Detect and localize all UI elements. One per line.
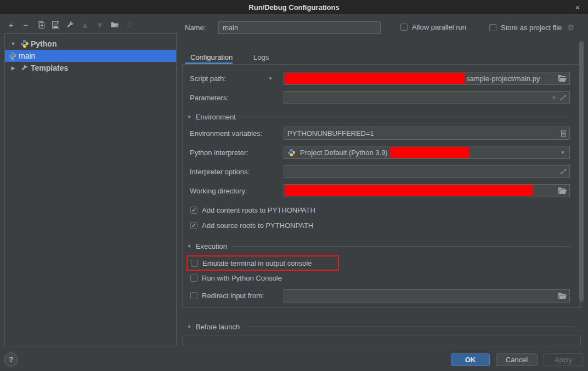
execution-section-header[interactable]: ▼ Execution	[187, 242, 570, 250]
tree-item-python[interactable]: ▼ Python	[5, 38, 176, 50]
working-directory-field[interactable]	[284, 184, 570, 197]
execution-section-title: Execution	[196, 242, 227, 250]
run-with-python-console-checkbox[interactable]	[190, 275, 197, 282]
add-content-roots-row: ✓ Add content roots to PYTHONPATH	[190, 206, 315, 214]
cancel-button[interactable]: Cancel	[496, 353, 538, 366]
redirect-input-row: Redirect input from:	[190, 292, 264, 300]
add-macro-icon[interactable]: +	[552, 93, 556, 102]
redaction-block	[285, 185, 533, 196]
remove-configuration-button[interactable]: −	[20, 19, 31, 30]
environment-variables-value: PYTHONUNBUFFERED=1	[287, 129, 374, 138]
collapse-icon[interactable]: ▼	[187, 324, 191, 329]
sort-configurations-icon[interactable]: az	[124, 19, 135, 30]
save-configuration-icon[interactable]	[50, 19, 61, 30]
add-source-roots-checkbox[interactable]: ✓	[190, 222, 197, 229]
tree-item-templates[interactable]: ▶ Templates	[5, 62, 176, 74]
add-configuration-button[interactable]: +	[5, 19, 16, 30]
python-interpreter-combobox[interactable]: Project Default (Python 3.9) ▼	[284, 146, 570, 159]
emulate-terminal-label: Emulate terminal in output console	[202, 259, 312, 267]
python-icon	[20, 39, 29, 48]
expand-field-icon[interactable]	[560, 168, 567, 175]
wrench-icon	[20, 64, 29, 72]
close-icon[interactable]: ×	[570, 0, 585, 14]
environment-section-title: Environment	[196, 113, 236, 121]
vertical-scrollbar[interactable]	[579, 41, 584, 301]
configurations-toolbar: + − ▲ ▼ az	[5, 18, 135, 31]
before-launch-section-title: Before launch	[196, 323, 240, 331]
check-icon: ✓	[191, 207, 196, 213]
redirect-input-label: Redirect input from:	[202, 292, 264, 300]
emulate-terminal-checkbox[interactable]	[191, 260, 198, 267]
store-as-project-file-checkbox-row: Store as project file ⚙	[489, 23, 574, 32]
move-down-icon[interactable]: ▼	[94, 19, 105, 30]
before-launch-section-header[interactable]: ▼ Before launch	[187, 323, 576, 331]
tree-item-main[interactable]: main	[5, 50, 176, 62]
redirect-input-checkbox[interactable]	[190, 292, 197, 299]
python-icon	[8, 52, 17, 60]
interpreter-options-field[interactable]	[284, 165, 570, 178]
environment-section-header[interactable]: ▼ Environment	[187, 113, 570, 121]
copy-configuration-icon[interactable]	[35, 19, 46, 30]
browse-folder-icon[interactable]	[558, 292, 567, 300]
script-path-field[interactable]: sample-project/main.py	[284, 72, 570, 85]
section-divider	[241, 117, 570, 117]
collapse-icon[interactable]: ▼	[187, 115, 191, 119]
tree-item-label: main	[19, 52, 35, 60]
environment-variables-field[interactable]: PYTHONUNBUFFERED=1	[284, 127, 570, 140]
browse-folder-icon[interactable]	[558, 75, 567, 82]
combobox-dropdown-icon[interactable]: ▼	[561, 150, 565, 155]
redaction-block	[285, 73, 465, 84]
script-path-label: Script path:	[190, 75, 226, 83]
tree-item-label: Python	[31, 39, 56, 48]
tab-configuration[interactable]: Configuration	[190, 53, 233, 61]
help-button[interactable]: ?	[4, 352, 18, 367]
add-source-roots-row: ✓ Add source roots to PYTHONPATH	[190, 221, 313, 230]
configurations-tree: ▼ Python main ▶ Templates	[4, 33, 177, 346]
edit-templates-wrench-icon[interactable]	[65, 19, 76, 30]
new-folder-icon[interactable]	[109, 19, 120, 30]
expand-field-icon[interactable]	[560, 94, 567, 101]
parameters-label: Parameters:	[190, 94, 229, 102]
tree-item-label: Templates	[31, 64, 68, 72]
run-with-python-console-row: Run with Python Console	[190, 274, 282, 282]
section-divider	[232, 246, 570, 247]
ok-button[interactable]: OK	[451, 353, 490, 366]
python-interpreter-label: Python interpreter:	[190, 149, 248, 157]
emulate-terminal-highlight-annotation: Emulate terminal in output console	[186, 255, 339, 271]
allow-parallel-run-checkbox[interactable]	[400, 24, 408, 31]
script-path-value: sample-project/main.py	[466, 75, 540, 83]
help-icon: ?	[9, 355, 14, 364]
add-content-roots-label: Add content roots to PYTHONPATH	[202, 206, 315, 214]
name-input[interactable]	[218, 21, 381, 34]
run-debug-configurations-dialog: Run/Debug Configurations × + − ▲ ▼ az ▼	[0, 0, 588, 371]
gear-icon[interactable]: ⚙	[567, 23, 574, 32]
tab-logs[interactable]: Logs	[253, 53, 269, 61]
add-content-roots-checkbox[interactable]: ✓	[190, 207, 197, 214]
apply-button[interactable]: Apply	[544, 353, 583, 366]
collapse-icon[interactable]: ▼	[187, 244, 191, 249]
parameters-field[interactable]: +	[284, 91, 570, 104]
chevron-right-icon[interactable]: ▶	[9, 65, 17, 71]
edit-variables-icon[interactable]	[561, 130, 567, 137]
title-bar: Run/Debug Configurations ×	[0, 0, 588, 14]
dialog-title: Run/Debug Configurations	[248, 3, 339, 12]
interpreter-options-label: Interpreter options:	[190, 168, 250, 176]
check-icon: ✓	[191, 222, 196, 229]
browse-folder-icon[interactable]	[558, 187, 567, 195]
store-as-project-file-checkbox[interactable]	[489, 24, 496, 31]
allow-parallel-run-label: Allow parallel run	[412, 23, 466, 31]
python-interpreter-value: Project Default (Python 3.9)	[300, 149, 388, 157]
move-up-icon[interactable]: ▲	[80, 19, 91, 30]
add-source-roots-label: Add source roots to PYTHONPATH	[202, 221, 313, 230]
script-path-dropdown-icon[interactable]: ▼	[268, 76, 273, 81]
section-divider	[245, 327, 576, 327]
redaction-block	[390, 147, 470, 158]
python-icon	[287, 149, 296, 157]
environment-variables-label: Environment variables:	[190, 129, 262, 138]
chevron-down-icon[interactable]: ▼	[9, 41, 17, 47]
redirect-input-field[interactable]	[284, 289, 570, 302]
allow-parallel-run-checkbox-row: Allow parallel run	[400, 23, 466, 31]
before-launch-task-list[interactable]	[182, 335, 581, 346]
store-as-project-file-label: Store as project file	[501, 24, 562, 32]
svg-text:z: z	[130, 25, 132, 28]
